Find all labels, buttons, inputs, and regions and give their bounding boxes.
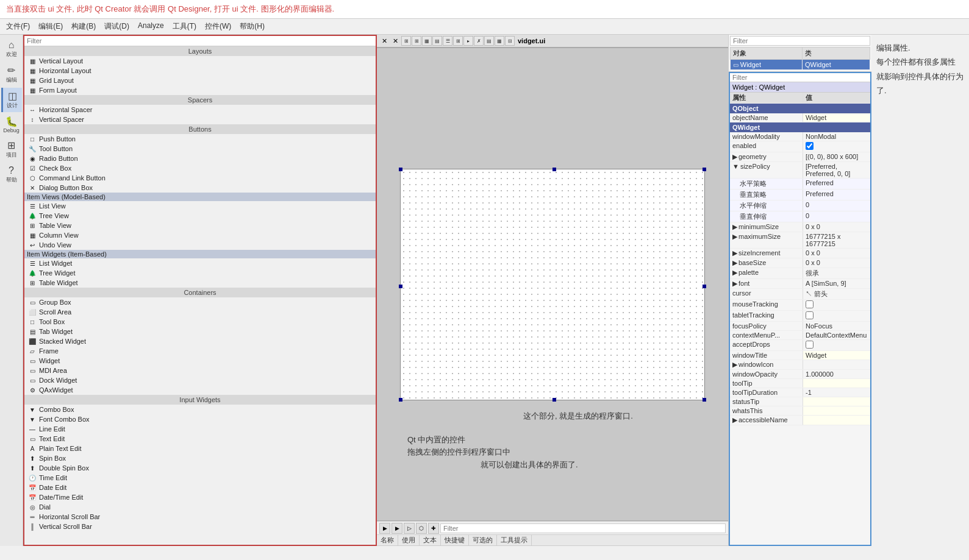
acceptdrops-checkbox[interactable] [806,341,813,349]
windowicon-expand-icon[interactable]: ▶ [732,361,737,368]
widget-push-button[interactable]: □ Push Button [24,134,376,144]
prop-cursor[interactable]: cursor ↖ 箭头 [730,289,870,300]
widget-time-edit[interactable]: 🕐 Time Edit [24,473,376,483]
prop-palette-value[interactable]: 很承 [803,268,870,278]
prop-cursor-value[interactable]: ↖ 箭头 [803,289,870,299]
menu-help[interactable]: 帮助(H) [236,20,268,33]
font-expand-icon[interactable]: ▶ [732,280,737,287]
prop-statusTip-value[interactable] [803,397,870,406]
prop-minimumSize[interactable]: ▶minimumSize 0 x 0 [730,222,870,232]
widget-dial[interactable]: ◎ Dial [24,502,376,512]
obj-filter-input[interactable] [733,37,867,44]
obj-row-widget[interactable]: ▭ Widget QWidget [731,60,870,70]
widget-column-view[interactable]: ▦ Column View [24,230,376,240]
bottom-btn-5[interactable]: ✚ [428,523,439,534]
prop-focusPolicy[interactable]: focusPolicy NoFocus [730,322,870,331]
widget-check-box[interactable]: ☑ Check Box [24,163,376,173]
minsize-expand-icon[interactable]: ▶ [732,223,737,230]
handle-tc[interactable] [552,168,556,171]
handle-tr[interactable] [703,168,706,171]
palette-expand-icon[interactable]: ▶ [732,269,737,276]
prop-filter-input[interactable] [732,74,868,81]
prop-whatsThis[interactable]: whatsThis [730,406,870,416]
prop-toolTipDuration-value[interactable]: -1 [803,388,870,397]
sizeincrement-expand-icon[interactable]: ▶ [732,249,737,257]
sidebar-edit[interactable]: ✏ 编辑 [1,62,22,87]
sidebar-debug[interactable]: 🐛 Debug [1,113,22,136]
widget-dock-widget[interactable]: ▭ Dock Widget [24,375,376,385]
prop-toolTip-value[interactable] [803,379,870,388]
handle-ml[interactable] [399,285,402,288]
bottom-btn-3[interactable]: ▷ [404,523,415,534]
prop-contextMenu-value[interactable]: DefaultContextMenu [803,331,870,339]
prop-windowTitle-value[interactable]: Widget [803,351,870,360]
prop-windowOpacity-value[interactable]: 1.000000 [803,370,870,378]
widget-mdi-area[interactable]: ▭ MDI Area [24,366,376,375]
prop-baseSize[interactable]: ▶baseSize 0 x 0 [730,258,870,268]
widget-tree-widget[interactable]: 🌲 Tree Widget [24,268,376,278]
prop-windowModality[interactable]: windowModality NonModal [730,132,870,141]
prop-accessibleName[interactable]: ▶accessibleName [730,416,870,425]
menu-tools[interactable]: 工具(T) [169,20,200,33]
widget-dialog-button-box[interactable]: ✕ Dialog Button Box [24,183,376,193]
handle-br[interactable] [703,398,706,402]
prop-contextMenuPolicy[interactable]: contextMenuP... DefaultContextMenu [730,331,870,340]
widget-vertical-layout[interactable]: ▦ Vertical Layout [24,56,376,66]
widget-form-layout[interactable]: ▦ Form Layout [24,85,376,95]
prop-mouseTracking[interactable]: mouseTracking [730,300,870,311]
handle-bc[interactable] [552,398,556,402]
prop-maximumSize[interactable]: ▶maximumSize 16777215 x 16777215 [730,232,870,249]
menu-edit[interactable]: 编辑(E) [35,20,66,33]
menu-widgets[interactable]: 控件(W) [201,20,235,33]
toolbar-btn-2[interactable]: ⊞ [412,36,421,46]
prop-statusTip[interactable]: statusTip [730,397,870,406]
prop-objectName[interactable]: objectName Widget [730,113,870,122]
prop-vstretch[interactable]: 垂直伸缩 0 [730,211,870,222]
widget-tool-box[interactable]: □ Tool Box [24,317,376,327]
sizepolicy-expand-icon[interactable]: ▼ [732,163,739,170]
widget-horizontal-layout[interactable]: ▦ Horizontal Layout [24,66,376,76]
enabled-checkbox[interactable] [806,142,813,150]
widget-horizontal-scroll-bar[interactable]: ═ Horizontal Scroll Bar [24,512,376,522]
prop-sizeIncrement[interactable]: ▶sizeIncrement 0 x 0 [730,249,870,258]
widget-grid-layout[interactable]: ▦ Grid Layout [24,76,376,85]
widget-radio-button[interactable]: ◉ Radio Button [24,154,376,163]
prop-vpolicy-value[interactable]: Preferred [803,190,870,200]
widget-double-spin-box[interactable]: ⬆ Double Spin Box [24,463,376,473]
widget-combo-box[interactable]: ▼ Combo Box [24,405,376,414]
widget-scroll-area[interactable]: ⬜ Scroll Area [24,307,376,317]
toolbar-btn-10[interactable]: ▦ [495,36,504,46]
prop-focusPolicy-value[interactable]: NoFocus [803,322,870,330]
prop-windowIcon-value[interactable] [803,360,870,369]
prop-objectName-value[interactable]: Widget [803,113,870,122]
widget-frame[interactable]: ▱ Frame [24,346,376,356]
toolbar-btn-7[interactable]: ▸ [463,36,473,46]
menu-build[interactable]: 构建(B) [68,20,99,33]
widget-spin-box[interactable]: ⬆ Spin Box [24,453,376,463]
prop-hstretch-value[interactable]: 0 [803,200,870,211]
menu-debug[interactable]: 调试(D) [101,20,133,33]
basesize-expand-icon[interactable]: ▶ [732,259,737,266]
sidebar-welcome[interactable]: ⌂ 欢迎 [1,37,22,61]
prop-sizePolicy[interactable]: ▼sizePolicy [Preferred, Preferred, 0, 0] [730,162,870,179]
widget-plain-text-edit[interactable]: A Plain Text Edit [24,444,376,453]
prop-whatsThis-value[interactable] [803,406,870,415]
prop-font[interactable]: ▶font A [SimSun, 9] [730,279,870,289]
widget-table-view[interactable]: ⊞ Table View [24,221,376,230]
toolbar-btn-4[interactable]: ▤ [432,36,442,46]
prop-geometry[interactable]: ▶geometry [(0, 0), 800 x 600] [730,152,870,162]
prop-acceptDrops[interactable]: acceptDrops [730,340,870,351]
bottom-btn-4[interactable]: ⬡ [416,523,427,534]
toolbar-btn-9[interactable]: ▤ [484,36,494,46]
bottom-btn-1[interactable]: ▶ [379,523,390,534]
handle-mr[interactable] [703,285,706,288]
sidebar-help[interactable]: ? 帮助 [1,163,22,186]
menu-analyze[interactable]: Analyze [134,20,168,33]
prop-toolTipDuration[interactable]: toolTipDuration -1 [730,388,870,397]
bottom-btn-2[interactable]: ▶ [392,523,402,534]
tablettracking-checkbox[interactable] [806,311,813,319]
geometry-expand-icon[interactable]: ▶ [732,153,737,160]
sidebar-projects[interactable]: ⊞ 项目 [1,137,22,161]
prop-windowOpacity[interactable]: windowOpacity 1.000000 [730,370,870,379]
widget-qax-widget[interactable]: ⚙ QAxWidget [24,385,376,395]
